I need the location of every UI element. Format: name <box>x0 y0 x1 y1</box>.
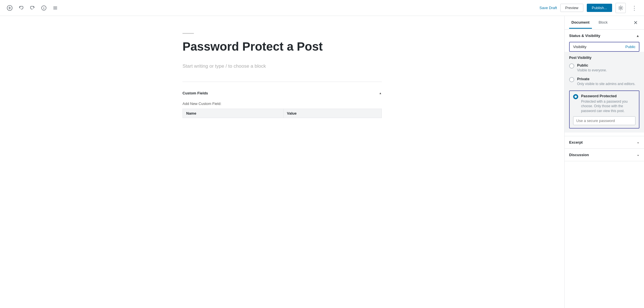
custom-fields-toggle-icon: ▲ <box>379 92 382 95</box>
status-visibility-chevron: ▲ <box>636 34 639 38</box>
sidebar-close-button[interactable]: ✕ <box>631 19 639 27</box>
save-draft-button[interactable]: Save Draft <box>540 6 557 10</box>
tab-document[interactable]: Document <box>569 17 592 29</box>
undo-button[interactable] <box>16 3 26 13</box>
editor-content: Password Protect a Post Start writing or… <box>171 33 393 121</box>
post-placeholder[interactable]: Start writing or type / to choose a bloc… <box>182 62 382 70</box>
password-protected-title: Password Protected <box>581 94 635 98</box>
visibility-row[interactable]: Visibility Public <box>569 42 639 52</box>
post-visibility-title: Post Visibility <box>569 56 639 60</box>
toolbar-right: Save Draft Preview Publish... ⋮ <box>540 3 639 13</box>
toolbar-left <box>5 3 60 13</box>
visibility-option-password[interactable]: Password Protected Protected with a pass… <box>569 90 639 129</box>
preview-button[interactable]: Preview <box>560 4 583 12</box>
discussion-chevron: ⌄ <box>637 153 639 157</box>
excerpt-header[interactable]: Excerpt ⌄ <box>565 136 644 148</box>
private-option-desc: Only visible to site admins and editors. <box>577 82 635 86</box>
col-value: Value <box>283 109 382 118</box>
post-title[interactable]: Password Protect a Post <box>182 40 382 54</box>
radio-password-protected[interactable] <box>573 94 578 99</box>
password-protected-text: Password Protected Protected with a pass… <box>581 94 635 113</box>
svg-point-9 <box>620 7 622 9</box>
visibility-label: Visibility <box>573 45 586 49</box>
radio-public[interactable] <box>569 63 574 69</box>
custom-fields-header[interactable]: Custom Fields ▲ <box>182 88 382 99</box>
info-button[interactable] <box>39 3 49 13</box>
excerpt-chevron: ⌄ <box>637 140 639 144</box>
visibility-option-private[interactable]: Private Only visible to site admins and … <box>569 77 639 86</box>
col-name: Name <box>183 109 284 118</box>
password-input-wrapper <box>573 116 635 125</box>
more-options-button[interactable]: ⋮ <box>629 3 639 13</box>
editor-bottom: Custom Fields ▲ Add New Custom Field: Na… <box>182 82 382 121</box>
post-visibility-panel: Post Visibility Public Visible to everyo… <box>565 52 644 133</box>
visibility-value[interactable]: Public <box>625 45 635 49</box>
status-visibility-header[interactable]: Status & Visibility ▲ <box>565 30 644 42</box>
custom-fields-content: Add New Custom Field: Name Value <box>182 99 382 121</box>
visibility-option-public-text: Public Visible to everyone. <box>577 63 607 73</box>
title-separator <box>182 33 194 34</box>
visibility-option-private-text: Private Only visible to site admins and … <box>577 77 635 86</box>
svg-point-5 <box>44 7 44 7</box>
publish-button[interactable]: Publish... <box>587 4 612 12</box>
status-visibility-section: Status & Visibility ▲ Visibility Public … <box>565 30 644 136</box>
list-view-button[interactable] <box>50 3 60 13</box>
add-block-button[interactable] <box>5 3 15 13</box>
password-protected-desc: Protected with a password you choose. On… <box>581 99 635 113</box>
custom-fields-table: Name Value <box>182 109 382 118</box>
editor-area: Password Protect a Post Start writing or… <box>0 16 564 308</box>
status-visibility-label: Status & Visibility <box>569 34 600 38</box>
sidebar-header: Document Block ✕ <box>565 16 644 30</box>
public-option-title: Public <box>577 63 607 67</box>
password-input[interactable] <box>573 116 635 125</box>
radio-inner <box>575 96 577 98</box>
tab-block[interactable]: Block <box>596 17 610 29</box>
excerpt-section: Excerpt ⌄ <box>565 136 644 149</box>
discussion-header[interactable]: Discussion ⌄ <box>565 149 644 161</box>
private-option-title: Private <box>577 77 635 81</box>
settings-button[interactable] <box>616 3 626 13</box>
sidebar: Document Block ✕ Status & Visibility ▲ V… <box>564 16 644 308</box>
radio-private[interactable] <box>569 77 574 82</box>
toolbar: Save Draft Preview Publish... ⋮ <box>0 0 644 16</box>
discussion-label: Discussion <box>569 153 589 157</box>
main-layout: Password Protect a Post Start writing or… <box>0 16 644 308</box>
visibility-option-public[interactable]: Public Visible to everyone. <box>569 63 639 73</box>
add-new-custom-field-label: Add New Custom Field: <box>182 102 221 106</box>
custom-fields-label: Custom Fields <box>182 91 208 95</box>
excerpt-label: Excerpt <box>569 140 583 144</box>
public-option-desc: Visible to everyone. <box>577 68 607 73</box>
discussion-section: Discussion ⌄ <box>565 149 644 161</box>
redo-button[interactable] <box>27 3 38 13</box>
